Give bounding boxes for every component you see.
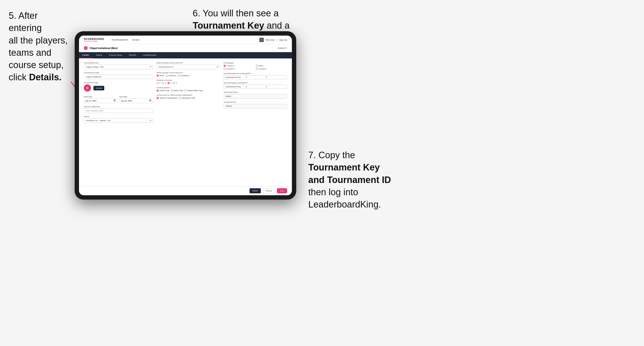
scoring-match-radio[interactable] [171, 89, 173, 92]
form-group-third-party-2: Use third-party scoring API? Leaderboard… [224, 82, 287, 89]
gender-combined-radio[interactable] [178, 75, 180, 77]
division-select[interactable]: NCAA Division III [156, 65, 220, 69]
annotation-left: 5. After entering all the players, teams… [9, 10, 71, 84]
round-1-radio[interactable] [156, 82, 159, 84]
format-5count4[interactable]: 5 count 4 [224, 65, 255, 67]
tab-teams[interactable]: Teams [92, 52, 106, 58]
nav-user: Test User [266, 39, 275, 41]
form-cols: Tournament Host Clippd College - Men Tou… [84, 62, 287, 123]
tournament-id-value: 302051 [224, 104, 287, 108]
venue-select[interactable]: Peachtree GC - Atlanta - GA [84, 118, 153, 123]
round-4[interactable]: 4 [173, 82, 176, 84]
format-other[interactable]: Other [256, 65, 287, 67]
start-date-input[interactable] [84, 99, 112, 103]
form-footer: Delete Cancel Save [79, 186, 292, 195]
upload-button[interactable]: Upload [94, 86, 104, 90]
cancel-button[interactable]: Cancel [263, 188, 275, 193]
gender-radio-group: Mens Womens Combined [156, 75, 220, 77]
logo-icon: C [84, 84, 91, 92]
format-6count5-radio[interactable] [256, 68, 258, 70]
round-3-radio[interactable] [168, 82, 170, 84]
form-group-dates: Start date 📅 End date 📅 [84, 94, 153, 103]
start-date-group: Start date 📅 [84, 94, 118, 103]
brand-name: SCOREBOARD [84, 37, 104, 40]
teams-label: Is this event for Teams and/or Individua… [156, 94, 220, 96]
annotation-bottom-right: 7. Copy the Tournament Key and Tournamen… [308, 149, 400, 211]
brand: SCOREBOARD Powered by clippd [84, 37, 104, 42]
scoring-radio-group: Stroke Play Match Play Medal Match Play [156, 89, 220, 92]
round-1[interactable]: 1 [156, 82, 160, 84]
gender-label: Which gender is the event for? [156, 72, 220, 74]
form-group-host: Tournament Host Clippd College - Men [84, 62, 153, 69]
teams-plus-individuals[interactable]: Teams (+Individuals) [156, 97, 177, 99]
tab-leaderboards[interactable]: Leaderboards [140, 52, 160, 58]
end-date-calendar-icon[interactable]: 📅 [148, 99, 153, 103]
gender-combined[interactable]: Combined [178, 75, 189, 77]
nav-right: SI Test User | Sign out [260, 38, 287, 42]
third-party-1-label: Use third-party live scoring API? [224, 72, 287, 75]
delete-button[interactable]: Delete [250, 188, 261, 193]
format-5count4-radio[interactable] [224, 65, 226, 67]
format-radio-grid: 5 count 4 Other 6 count 4 6 count 5 [224, 65, 287, 70]
nav-teams[interactable]: TEAMS [132, 39, 140, 41]
rounds-radio-group: 1 2 3 4 [156, 82, 220, 84]
third-party-1-clear[interactable]: ✕ [246, 76, 265, 78]
gender-mens-radio[interactable] [156, 75, 159, 77]
form-group-tournament-id: Tournament ID 302051 [224, 101, 287, 108]
host-label: Tournament Host [84, 62, 153, 64]
third-party-2-clear[interactable]: ✕ [246, 86, 265, 88]
host-select[interactable]: Clippd College - Men [84, 65, 153, 69]
form-group-third-party-1: Use third-party live scoring API? Leader… [224, 72, 287, 79]
save-button[interactable]: Save [277, 188, 287, 193]
end-date-input[interactable] [120, 99, 148, 103]
sign-out-link[interactable]: Sign out [279, 39, 287, 41]
name-input[interactable] [84, 75, 153, 79]
nav-tournaments[interactable]: TOURNAMENTS [111, 39, 128, 41]
round-3[interactable]: 3 [168, 82, 171, 84]
third-party-1-input[interactable]: Leaderboard King ✕ ▾ [224, 75, 287, 79]
gender-womens-radio[interactable] [166, 75, 168, 77]
scoring-stroke[interactable]: Stroke Play [156, 89, 169, 92]
avatar: SI [260, 38, 264, 42]
scoring-stroke-radio[interactable] [156, 89, 159, 92]
gender-womens[interactable]: Womens [166, 75, 176, 77]
start-date-calendar-icon[interactable]: 📅 [112, 99, 117, 103]
end-date-label: End date [120, 96, 127, 98]
scoring-match[interactable]: Match Play [171, 89, 183, 92]
teams-radio[interactable] [156, 97, 159, 99]
end-date-wrap: 📅 [120, 98, 153, 103]
individuals-only[interactable]: Individuals Only [179, 97, 195, 99]
format-6count4-radio[interactable] [224, 68, 226, 70]
tab-details[interactable]: Details [79, 52, 92, 58]
individuals-only-radio[interactable] [179, 97, 181, 99]
format-6count5[interactable]: 6 count 5 [256, 68, 287, 70]
form-group-venue: Venue Peachtree GC - Atlanta - GA [84, 115, 153, 123]
tab-results[interactable]: Results [126, 52, 140, 58]
format-6count4[interactable]: 6 count 4 [224, 68, 255, 70]
page-title-row: C Clippd Invitational (Men) [84, 46, 118, 50]
page-cancel-button[interactable]: Cancel ✕ [278, 47, 287, 49]
round-2[interactable]: 2 [162, 82, 166, 84]
form-group-gender: Which gender is the event for? Mens Wome… [156, 72, 220, 77]
round-2-radio[interactable] [162, 82, 164, 84]
tournament-id-label: Tournament ID [224, 101, 287, 103]
sponsor-input[interactable] [84, 108, 153, 113]
form-group-division: Which division is the event for? NCAA Di… [156, 62, 220, 69]
third-party-2-input[interactable]: Leaderboard King ✕ ▾ [224, 85, 287, 89]
division-label: Which division is the event for? [156, 62, 220, 64]
round-4-radio[interactable] [173, 82, 175, 84]
tab-course-setup[interactable]: Course Setup [106, 52, 126, 58]
third-party-1-arrow[interactable]: ▾ [266, 76, 286, 78]
date-row: Start date 📅 End date 📅 [84, 94, 153, 103]
nav-links: TOURNAMENTS TEAMS [111, 39, 139, 41]
scoring-medal-match[interactable]: Medal Match Play [184, 89, 203, 92]
format-other-radio[interactable] [256, 65, 258, 67]
form-middle-col: Which division is the event for? NCAA Di… [156, 62, 220, 123]
scoring-label: Scoring system [156, 87, 220, 89]
page-title-icon: C [84, 46, 88, 50]
gender-mens[interactable]: Mens [156, 75, 164, 77]
third-party-2-arrow[interactable]: ▾ [266, 86, 286, 88]
form-group-teams: Is this event for Teams and/or Individua… [156, 94, 220, 99]
scoring-medal-match-radio[interactable] [184, 89, 187, 92]
start-date-wrap: 📅 [84, 98, 118, 103]
